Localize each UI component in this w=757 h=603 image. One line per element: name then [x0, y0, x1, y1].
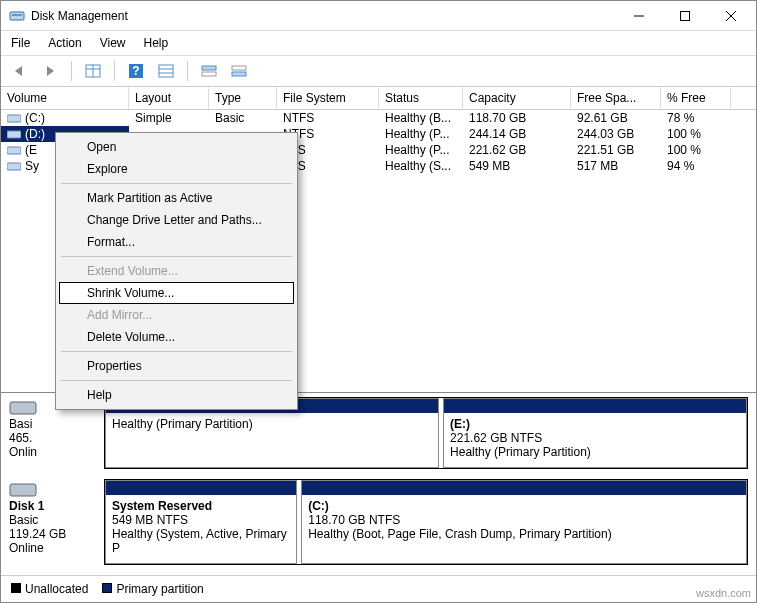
svg-rect-17 [232, 72, 246, 76]
svg-rect-11 [159, 65, 173, 77]
tool-list-icon[interactable] [155, 60, 177, 82]
svg-rect-15 [202, 72, 216, 76]
tool-disk-top-icon[interactable] [198, 60, 220, 82]
volume-name: (C:) [25, 111, 45, 125]
separator [187, 61, 188, 81]
disk-name: Disk 1 [9, 499, 104, 513]
svg-rect-19 [7, 131, 21, 138]
back-button[interactable] [9, 60, 31, 82]
menu-help[interactable]: Help [142, 34, 171, 52]
disk-status: Online [9, 541, 104, 555]
disk-capacity: 119.24 GB [9, 527, 104, 541]
svg-rect-18 [7, 115, 21, 122]
disk-graphical-view: Basi 465. Onlin Healthy (Primary Partiti… [1, 392, 756, 575]
ctx-properties[interactable]: Properties [59, 355, 294, 377]
svg-text:?: ? [132, 64, 139, 78]
col-type[interactable]: Type [209, 87, 277, 109]
separator [61, 183, 292, 184]
menu-view[interactable]: View [98, 34, 128, 52]
forward-button[interactable] [39, 60, 61, 82]
partition-status: Healthy (Primary Partition) [112, 417, 432, 431]
col-status[interactable]: Status [379, 87, 463, 109]
ctx-format[interactable]: Format... [59, 231, 294, 253]
ctx-add-mirror: Add Mirror... [59, 304, 294, 326]
svg-rect-14 [202, 66, 216, 70]
menu-file[interactable]: File [9, 34, 32, 52]
toolbar: ? [1, 56, 756, 87]
partition[interactable]: (E:) 221.62 GB NTFS Healthy (Primary Par… [443, 398, 747, 468]
ctx-mark-active[interactable]: Mark Partition as Active [59, 187, 294, 209]
partition-name: (E:) [450, 417, 740, 431]
separator [61, 351, 292, 352]
separator [61, 256, 292, 257]
partition-bar [106, 481, 296, 495]
volume-name: (E [25, 143, 37, 157]
partition[interactable]: System Reserved 549 MB NTFS Healthy (Sys… [105, 480, 297, 564]
volume-name: Sy [25, 159, 39, 173]
ctx-change-letter[interactable]: Change Drive Letter and Paths... [59, 209, 294, 231]
partition-name: (C:) [308, 499, 740, 513]
ctx-help[interactable]: Help [59, 384, 294, 406]
help-icon[interactable]: ? [125, 60, 147, 82]
partition-bar [302, 481, 746, 495]
partition[interactable]: (C:) 118.70 GB NTFS Healthy (Boot, Page … [301, 480, 747, 564]
menu-action[interactable]: Action [46, 34, 83, 52]
partition-status: Healthy (Boot, Page File, Crash Dump, Pr… [308, 527, 740, 541]
separator [61, 380, 292, 381]
svg-rect-20 [7, 147, 21, 154]
partition-status: Healthy (Primary Partition) [450, 445, 740, 459]
disk-icon [9, 397, 37, 417]
legend: Unallocated Primary partition [1, 575, 756, 602]
legend-swatch-primary [102, 583, 112, 593]
svg-rect-1 [12, 14, 22, 16]
svg-rect-21 [7, 163, 21, 170]
disk-icon [9, 479, 37, 499]
svg-rect-22 [10, 402, 36, 414]
menubar: File Action View Help [1, 31, 756, 56]
volume-icon [7, 161, 21, 172]
legend-primary: Primary partition [116, 582, 203, 596]
legend-unallocated: Unallocated [25, 582, 88, 596]
close-button[interactable] [708, 1, 754, 31]
disk-status: Onlin [9, 445, 104, 459]
col-filesystem[interactable]: File System [277, 87, 379, 109]
partition-cap: 221.62 GB NTFS [450, 431, 740, 445]
maximize-button[interactable] [662, 1, 708, 31]
tool-disk-bottom-icon[interactable] [228, 60, 250, 82]
disk-type: Basic [9, 513, 104, 527]
tool-grid-icon[interactable] [82, 60, 104, 82]
ctx-explore[interactable]: Explore [59, 158, 294, 180]
ctx-shrink-volume[interactable]: Shrink Volume... [59, 282, 294, 304]
table-row[interactable]: (C:) Simple Basic NTFS Healthy (B... 118… [1, 110, 756, 126]
volume-name: (D:) [25, 127, 45, 141]
col-pfree[interactable]: % Free [661, 87, 731, 109]
watermark: wsxdn.com [696, 587, 751, 599]
col-layout[interactable]: Layout [129, 87, 209, 109]
svg-rect-23 [10, 484, 36, 496]
disk-type: Basi [9, 417, 104, 431]
col-capacity[interactable]: Capacity [463, 87, 571, 109]
disk-capacity: 465. [9, 431, 104, 445]
svg-rect-16 [232, 66, 246, 70]
partition-status: Healthy (System, Active, Primary P [112, 527, 290, 555]
context-menu: Open Explore Mark Partition as Active Ch… [55, 132, 298, 410]
partition-name: System Reserved [112, 499, 290, 513]
partition-bar [444, 399, 746, 413]
ctx-delete-volume[interactable]: Delete Volume... [59, 326, 294, 348]
window-title: Disk Management [31, 9, 616, 23]
minimize-button[interactable] [616, 1, 662, 31]
app-icon [9, 8, 25, 24]
volume-icon [7, 113, 21, 124]
legend-swatch-unallocated [11, 583, 21, 593]
volume-grid-header: Volume Layout Type File System Status Ca… [1, 87, 756, 110]
partition-cap: 118.70 GB NTFS [308, 513, 740, 527]
disk-row-1: Disk 1 Basic 119.24 GB Online System Res… [9, 479, 748, 565]
col-volume[interactable]: Volume [1, 87, 129, 109]
col-free[interactable]: Free Spa... [571, 87, 661, 109]
volume-icon [7, 145, 21, 156]
titlebar: Disk Management [1, 1, 756, 31]
svg-rect-3 [681, 11, 690, 20]
separator [71, 61, 72, 81]
ctx-open[interactable]: Open [59, 136, 294, 158]
ctx-extend-volume: Extend Volume... [59, 260, 294, 282]
